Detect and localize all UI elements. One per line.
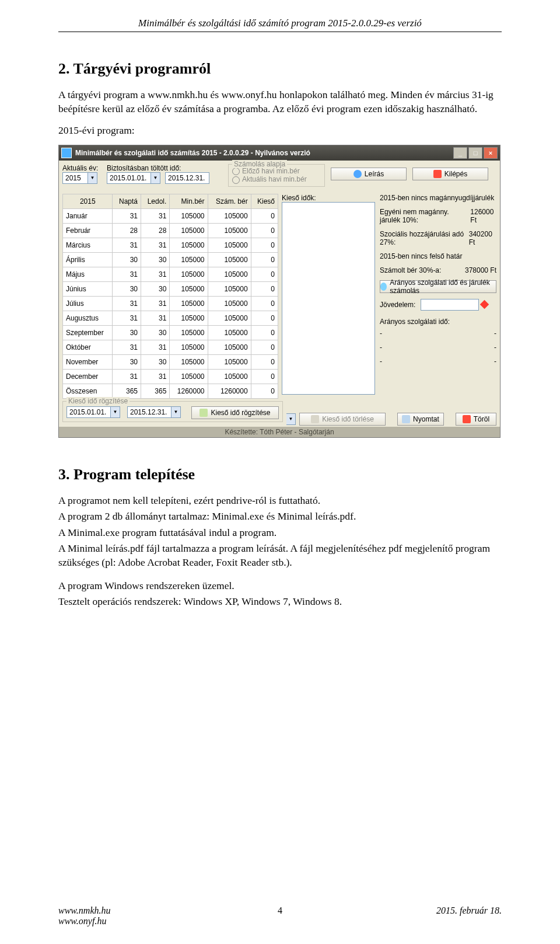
- section3-p6: Tesztelt operációs rendszerek: Windows X…: [58, 595, 502, 609]
- table-row: Július31311050001050000: [63, 296, 278, 311]
- table-row: Május31311050001050000: [63, 267, 278, 281]
- kieso-rogzit-button[interactable]: Kieső idő rögzítése: [191, 406, 279, 419]
- year-combo[interactable]: 2015: [62, 172, 88, 184]
- groupbox-title: Számolás alapja: [232, 160, 287, 168]
- refresh-icon: [380, 283, 387, 291]
- dash-row: --: [380, 329, 496, 337]
- table-row: Augusztus31311050001050000: [63, 311, 278, 325]
- table-row: Március31311050001050000: [63, 238, 278, 252]
- app-icon: [61, 148, 72, 158]
- dash-row: --: [380, 343, 496, 351]
- chevron-down-icon[interactable]: ▼: [151, 172, 160, 184]
- table-row: Április30301050001050000: [63, 252, 278, 267]
- section3-title: 3. Program telepítése: [58, 466, 502, 483]
- radio-aktualis: Aktuális havi min.bér: [232, 175, 321, 183]
- table-row: December31311050001050000: [63, 369, 278, 384]
- maximize-button[interactable]: □: [468, 147, 482, 159]
- kieso-listbox[interactable]: [282, 202, 375, 395]
- jovedelem-input[interactable]: [421, 299, 479, 311]
- section3-p1: A programot nem kell telepíteni, ezért p…: [58, 494, 502, 508]
- date-from[interactable]: 2015.01.01.: [107, 172, 151, 184]
- kieso-from[interactable]: 2015.01.01.: [66, 406, 111, 418]
- section2-para: A tárgyévi program a www.nmkh.hu és www.…: [58, 88, 502, 116]
- right-line3: Szociális hozzájárulási adó 27%:340200 F…: [380, 230, 496, 246]
- print-icon: [402, 415, 410, 423]
- table-row: November30301050001050000: [63, 354, 278, 369]
- delete-icon: [311, 415, 319, 423]
- table-row: Szeptember30301050001050000: [63, 325, 278, 340]
- kieso-to[interactable]: 2015.12.31.: [127, 406, 172, 418]
- table-header: 2015 Naptá Ledol. Min.bér Szám. bér Kies…: [63, 194, 278, 208]
- table-row: Október31311050001050000: [63, 340, 278, 354]
- aranyos-button[interactable]: Arányos szolgálati idő és járulék számol…: [380, 280, 496, 293]
- chevron-down-icon[interactable]: ▼: [88, 172, 97, 184]
- table-row: Összesen365365126000012600000: [63, 384, 278, 398]
- section2-title: 2. Tárgyévi programról: [58, 60, 502, 78]
- nyomtat-button[interactable]: Nyomtat: [397, 413, 444, 426]
- kieso-torles-button[interactable]: Kieső idő törlése: [299, 413, 386, 426]
- cancel-icon: [463, 415, 471, 423]
- label-bizt: Biztosításban töltött idő:: [107, 164, 223, 172]
- app-screenshot: Minimálbér és szolgálati idő számítás 20…: [58, 145, 502, 438]
- groupbox-kieso-title: Kieső idő rögzítése: [66, 397, 130, 405]
- table-row: Február28281050001050000: [63, 223, 278, 238]
- section3-p5: A program Windows rendszereken üzemel.: [58, 579, 502, 593]
- section3-p3: A Minimal.exe program futtatásával indul…: [58, 526, 502, 540]
- radio-elozo: Előző havi min.bér: [232, 167, 321, 175]
- status-bar: Készítette: Tóth Péter - Salgótarján: [59, 427, 500, 437]
- right-line1: 2015-ben nincs magánnyugdíjjárulék: [380, 194, 496, 202]
- window-title: Minimálbér és szolgálati idő számítás 20…: [75, 149, 310, 157]
- leiras-button[interactable]: Leírás: [331, 168, 407, 180]
- info-icon: [354, 170, 362, 178]
- page-number: 4: [58, 905, 502, 916]
- chevron-down-icon[interactable]: ▼: [172, 406, 181, 418]
- minimize-button[interactable]: _: [453, 147, 467, 159]
- table-row: Június30301050001050000: [63, 281, 278, 296]
- save-icon: [200, 409, 208, 417]
- torol-button[interactable]: Töröl: [456, 413, 496, 426]
- dash-row: --: [380, 357, 496, 365]
- kilepes-button[interactable]: Kilépés: [412, 168, 488, 180]
- months-table: 2015 Naptá Ledol. Min.bér Szám. bér Kies…: [62, 194, 278, 399]
- section3-p4: A Minimal leírás.pdf fájl tartalmazza a …: [58, 542, 502, 569]
- close-button[interactable]: ×: [484, 147, 498, 159]
- play-icon[interactable]: [480, 300, 489, 309]
- chevron-down-icon[interactable]: ▼: [111, 406, 120, 418]
- section2-line2: 2015-évi program:: [58, 124, 502, 138]
- doc-header: Minimálbér és szolgáltási idő számító pr…: [58, 18, 502, 32]
- right-line2: Egyéni nem magánny. járulék 10%:126000 F…: [380, 208, 496, 224]
- power-icon: [433, 170, 442, 178]
- chevron-down-icon[interactable]: ▼: [286, 413, 296, 425]
- label-aranyos-ido: Arányos szolgálati idő:: [380, 318, 496, 326]
- section3-p2: A program 2 db állományt tartalmaz: Mini…: [58, 510, 502, 524]
- right-line5: Számolt bér 30%-a:378000 Ft: [380, 266, 496, 274]
- label-jovedelem: Jövedelem:: [380, 301, 421, 309]
- label-year: Aktuális év:: [62, 164, 102, 172]
- titlebar[interactable]: Minimálbér és szolgálati idő számítás 20…: [59, 145, 500, 161]
- right-line4: 2015-ben nincs felső határ: [380, 252, 496, 260]
- date-to[interactable]: 2015.12.31.: [165, 172, 209, 184]
- table-row: Január31311050001050000: [63, 208, 278, 223]
- label-kieso: Kieső idők:: [282, 194, 375, 202]
